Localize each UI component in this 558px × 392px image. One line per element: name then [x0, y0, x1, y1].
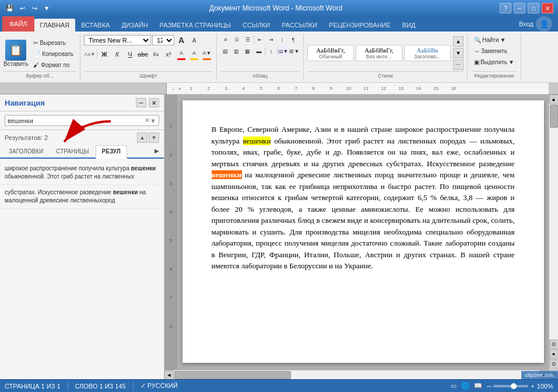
zoom-slider[interactable] [493, 385, 528, 387]
nav-search-dropdown-icon[interactable]: ▼ [150, 117, 156, 124]
replace-button[interactable]: ↔ Заменить [471, 46, 517, 56]
vertical-scroll-track[interactable] [549, 104, 558, 340]
tab-view[interactable]: ВИД [396, 19, 422, 32]
tab-links[interactable]: ССЫЛКИ [237, 19, 276, 32]
title-bar: 💾 ↩ ↪ ▼ Документ Microsoft Word - Micros… [0, 0, 558, 16]
ruler-mark-12: 12 [375, 86, 392, 91]
styles-down-btn[interactable]: ▼ [453, 48, 464, 58]
horizontal-scrollbar[interactable]: ◄ ► [164, 370, 549, 379]
shading-btn[interactable]: Ш▼ [278, 47, 289, 56]
horizontal-scroll-track[interactable] [174, 370, 539, 379]
zoom-control[interactable]: ─ + 100% [487, 383, 553, 390]
vertical-scrollbar[interactable]: ▲ ⊙ ● ⊙ ▼ [549, 94, 558, 379]
horizontal-scroll-thumb[interactable] [174, 371, 291, 379]
superscript-button[interactable]: x² [163, 49, 174, 60]
justify-btn[interactable]: ▬ [254, 47, 264, 56]
view-print-btn[interactable]: ▭ [451, 382, 457, 390]
tab-review[interactable]: РЕЦЕНЗИРОВАНИЕ [323, 19, 396, 32]
zoom-out-btn[interactable]: ─ [487, 383, 492, 390]
borders-btn[interactable]: ⊞▼ [289, 47, 300, 56]
replace-icon: ↔ [474, 48, 480, 54]
nav-search-input[interactable] [8, 117, 145, 124]
find-button[interactable]: 🔍 Найти ▼ [471, 35, 517, 45]
nav-result-item-1[interactable]: широкое распространение получила культур… [0, 161, 164, 185]
increase-indent-btn[interactable]: ⇥ [266, 35, 276, 44]
restore-button[interactable]: □ [528, 3, 539, 13]
style-heading1[interactable]: АаБбВв Заголово... [404, 45, 451, 61]
font-name-selector[interactable]: Times New R... [84, 35, 151, 46]
save-qat-btn[interactable]: 💾 [5, 3, 15, 13]
nav-panel-minimize-btn[interactable]: ─ [136, 98, 146, 107]
nav-tab-more-btn[interactable]: ▶ [152, 145, 162, 158]
view-read-btn[interactable]: 📖 [474, 382, 482, 390]
nav-next-result-btn[interactable]: ▼ [149, 132, 159, 143]
user-login[interactable]: Вход [519, 20, 534, 27]
tab-layout[interactable]: РАЗМЕТКА СТРАНИЦЫ [154, 19, 237, 32]
ruler-mark-14: 14 [410, 86, 427, 91]
customize-qat-btn[interactable]: ▼ [41, 3, 52, 13]
underline-button[interactable]: Ч [124, 49, 136, 60]
redo-qat-btn[interactable]: ↪ [29, 3, 40, 13]
close-button[interactable]: ✕ [542, 3, 553, 13]
decrease-indent-btn[interactable]: ⇤ [255, 35, 265, 44]
nav-prev-result-btn[interactable]: ▲ [137, 132, 148, 143]
format-painter-button[interactable]: 🖌 Формат по [30, 60, 76, 70]
styles-up-btn[interactable]: ▲ [453, 36, 464, 47]
show-marks-btn[interactable]: ¶ [288, 35, 299, 44]
cut-button[interactable]: ✂ Вырезать [30, 38, 76, 48]
tab-mailings[interactable]: РАССЫЛКИ [276, 19, 323, 32]
help-button[interactable]: ? [500, 3, 511, 13]
align-left-btn[interactable]: ▤ [220, 47, 231, 56]
scroll-up-btn[interactable]: ▲ [549, 94, 559, 104]
font-size-selector[interactable]: 12 [152, 35, 174, 46]
status-bar-right: ▭ 🌐 📖 ─ + 100% [451, 382, 553, 390]
sort-btn[interactable]: ↕ [277, 35, 287, 44]
view-web-btn[interactable]: 🌐 [461, 382, 469, 390]
bold-button[interactable]: Ж [99, 49, 110, 60]
nav-tab-headings[interactable]: ЗАГОЛОВКИ [2, 145, 50, 158]
bullets-btn[interactable]: ≡ [220, 35, 231, 44]
text-highlight-btn[interactable]: A▼ [201, 48, 213, 58]
increase-font-btn[interactable]: A [176, 35, 187, 46]
nav-panel-close-btn[interactable]: ✕ [149, 98, 159, 107]
nav-results-count: Результатов: 2 [5, 134, 48, 141]
tab-design[interactable]: ДИЗАЙН [115, 19, 153, 32]
tab-file[interactable]: ФАЙЛ [2, 16, 34, 32]
zoom-in-btn[interactable]: + [531, 383, 534, 390]
next-page-btn[interactable]: ⊙ [549, 359, 559, 369]
nav-clear-icon[interactable]: ✕ [145, 117, 150, 124]
ribbon-group-editing: 🔍 Найти ▼ ↔ Заменить ▣ Выделить ▼ Редакт… [468, 34, 521, 80]
document-scroll-area[interactable]: В Европе, Северной Америке, Азии и в наш… [177, 94, 549, 370]
ruler: L ◄ 1 2 3 4 5 6 7 8 9 10 11 12 13 14 15 … [0, 83, 558, 94]
copy-button[interactable]: 📄 Копировать [30, 49, 76, 59]
prev-page-btn[interactable]: ⊙ [549, 340, 559, 349]
nav-result-item-2[interactable]: субстратах. Искусственное разведение веш… [0, 185, 164, 209]
ruler-mark-3: 3 [217, 86, 235, 91]
tab-insert[interactable]: ВСТАВКА [75, 19, 115, 32]
nav-tab-results[interactable]: РЕЗУЛ [96, 145, 127, 159]
font-color-btn[interactable]: A [188, 48, 200, 58]
numbering-btn[interactable]: ① [231, 35, 242, 44]
decrease-font-btn[interactable]: A [188, 35, 200, 46]
select-browse-btn[interactable]: ● [549, 349, 559, 359]
align-right-btn[interactable]: ▦ [243, 47, 253, 56]
strikethrough-button[interactable]: abc [137, 49, 149, 60]
scroll-left-btn[interactable]: ◄ [164, 370, 174, 380]
style-no-spacing[interactable]: АаБбВвГг, Без инте... [356, 45, 402, 61]
multilevel-btn[interactable]: ☰ [243, 35, 253, 44]
ruler-mark-10: 10 [340, 86, 357, 91]
highlight-color-btn[interactable]: A [176, 48, 187, 58]
style-normal[interactable]: АаБбВвГг, Обычный [307, 45, 354, 61]
nav-tab-pages[interactable]: СТРАНИЦЫ [50, 145, 95, 158]
align-center-btn[interactable]: ▥ [231, 47, 242, 56]
tab-home[interactable]: ГЛАВНАЯ [34, 19, 75, 32]
vertical-scroll-thumb[interactable] [550, 104, 558, 128]
subscript-button[interactable]: x₂ [150, 49, 162, 60]
minimize-button[interactable]: ─ [514, 3, 525, 13]
paste-label[interactable]: Вставить [3, 61, 28, 67]
styles-more-btn[interactable]: ⋯ [453, 60, 464, 70]
undo-qat-btn[interactable]: ↩ [17, 3, 27, 13]
select-button[interactable]: ▣ Выделить ▼ [471, 57, 517, 67]
line-spacing-btn[interactable]: ↕ [266, 47, 276, 56]
italic-button[interactable]: К [111, 49, 123, 60]
